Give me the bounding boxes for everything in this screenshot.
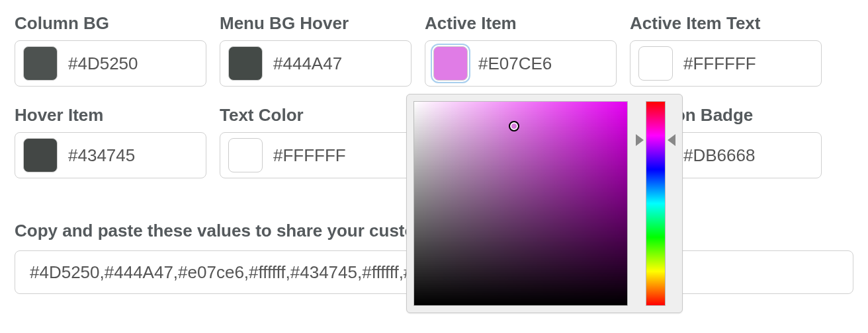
color-picker-sv-cursor xyxy=(509,121,519,131)
theme-field-column_bg: Column BG#4D5250 xyxy=(15,13,206,87)
theme-field-label: Active Item xyxy=(425,13,617,34)
theme-field-text_color: Text Color#FFFFFF xyxy=(220,105,412,178)
theme-field-hover_item: Hover Item#434745 xyxy=(15,105,206,178)
color-hex-value: #4D5250 xyxy=(68,54,138,74)
color-swatch[interactable] xyxy=(23,138,58,172)
color-picker-popover xyxy=(406,94,683,313)
theme-field-active_item_text: Active Item Text#FFFFFF xyxy=(630,13,822,87)
color-hex-value: #FFFFFF xyxy=(683,54,756,74)
color-hex-value: #DB6668 xyxy=(683,145,755,166)
color-input-text_color[interactable]: #FFFFFF xyxy=(220,132,412,178)
theme-field-menu_bg_hover: Menu BG Hover#444A47 xyxy=(220,13,412,87)
color-swatch[interactable] xyxy=(228,138,263,172)
color-hex-value: #434745 xyxy=(68,145,135,166)
color-input-active_item_text[interactable]: #FFFFFF xyxy=(630,40,822,87)
color-picker-hue-strip[interactable] xyxy=(646,101,666,306)
color-input-active_item[interactable]: #E07CE6 xyxy=(425,40,617,87)
color-hex-value: #444A47 xyxy=(273,54,342,74)
theme-field-label: Column BG xyxy=(15,13,206,34)
hue-indicator-left-icon xyxy=(636,134,644,146)
color-swatch[interactable] xyxy=(638,46,673,81)
color-hex-value: #E07CE6 xyxy=(478,54,552,74)
theme-field-active_item: Active Item#E07CE6 xyxy=(425,13,617,87)
color-swatch[interactable] xyxy=(23,46,58,81)
color-picker-sv-area[interactable] xyxy=(413,101,628,306)
theme-field-label: Text Color xyxy=(220,105,412,126)
color-swatch[interactable] xyxy=(228,46,263,81)
theme-field-label: Hover Item xyxy=(15,105,206,126)
color-hex-value: #FFFFFF xyxy=(273,145,346,166)
color-input-menu_bg_hover[interactable]: #444A47 xyxy=(220,40,412,87)
theme-field-label: Active Item Text xyxy=(630,13,822,34)
hue-indicator-right-icon xyxy=(668,134,675,146)
color-input-hover_item[interactable]: #434745 xyxy=(15,132,206,178)
theme-field-label: Menu BG Hover xyxy=(220,13,412,34)
color-swatch[interactable] xyxy=(433,46,468,81)
color-input-column_bg[interactable]: #4D5250 xyxy=(15,40,206,87)
